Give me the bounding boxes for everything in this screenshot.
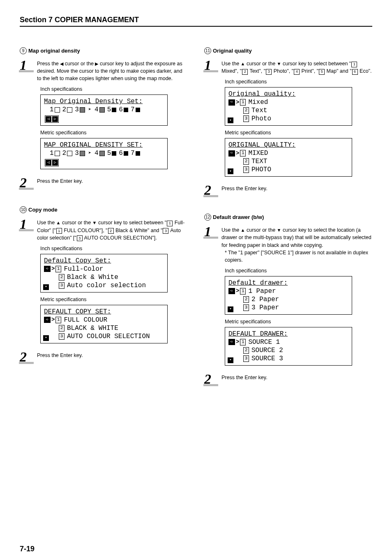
step-1: 1 Use the ▲ cursor or the ▼ cursor key t… — [20, 217, 188, 241]
lcd-title: Map Original Density Set: — [44, 97, 164, 106]
selection-arrow-icon: ➪ — [44, 266, 51, 272]
step-2: 2 Press the Enter key. — [204, 183, 372, 197]
down-scroll-icon: ▾ — [228, 357, 233, 363]
down-scroll-icon: ▾ — [43, 335, 49, 341]
step-number: 2 — [204, 182, 211, 198]
spec-label-inch: Inch specifications — [225, 268, 372, 274]
lcd-option: PHOTO — [251, 166, 271, 174]
lcd-option: Full-Color — [64, 265, 103, 273]
lcd-option: Auto color selection — [67, 281, 146, 290]
step-number: 1 — [20, 216, 27, 232]
up-arrow-icon: ▲ — [241, 61, 245, 66]
lcd-option: MIXED — [248, 149, 268, 157]
step-1: 1 Use the ▲ cursor or the ▼ cursor key t… — [204, 58, 372, 75]
density-scale: 1 2 3 ➤ 4 5 6 7 — [44, 106, 164, 114]
step-number: 2 — [204, 371, 211, 387]
down-scroll-icon: ▾ — [43, 284, 49, 290]
density-scale: 1 2 3 ➤ 4 5 6 7 — [44, 149, 164, 157]
step-1: 1 Use the ▲ cursor or the ▼ cursor key t… — [204, 225, 372, 264]
down-arrow-icon: ▼ — [277, 61, 281, 66]
lcd-option: Photo — [251, 115, 271, 123]
spec-label-metric: Metric specifications — [225, 130, 372, 136]
lcd-option: Black & White — [67, 273, 118, 281]
lcd-option: SOURCE 3 — [251, 355, 283, 363]
lcd-display: ORIGINAL QUALITY: ➪>1MIXED 2TEXT 3PHOTO … — [225, 138, 352, 177]
circled-number-icon: 11 — [204, 47, 211, 54]
lcd-display: Default drawer: ➪>11 Paper 22 Paper 33 P… — [225, 276, 352, 315]
lcd-option: SOURCE 1 — [248, 338, 280, 346]
up-arrow-icon: ▲ — [241, 228, 245, 233]
down-scroll-icon: ▾ — [228, 306, 233, 312]
lcd-display: MAP ORIGINAL DENSITY SET: 1 2 3 ➤ 4 5 6 … — [40, 138, 168, 169]
nav-keys-icon: ◁▷ — [45, 159, 59, 166]
nav-keys-icon: ◁▷ — [45, 115, 59, 123]
step-text: Press the ◀ cursor or the ▶ cursor key t… — [37, 58, 188, 82]
step-text: Press the Enter key. — [37, 176, 83, 185]
lcd-title: DEFAULT COPY SET: — [44, 308, 164, 316]
lcd-title: ORIGINAL QUALITY: — [228, 141, 348, 149]
down-arrow-icon: ▼ — [92, 220, 97, 225]
lcd-title: Original quality: — [228, 90, 348, 98]
left-column: 9 Map original density 1 Press the ◀ cur… — [20, 38, 188, 389]
spec-label-inch: Inch specifications — [40, 246, 188, 251]
lcd-option: Mixed — [248, 98, 268, 106]
step-text: Use the ▲ cursor or the ▼ cursor key to … — [221, 58, 372, 75]
spec-label-metric: Metric specifications — [225, 319, 372, 325]
step-text: Use the ▲ cursor or the ▼ cursor key to … — [37, 217, 188, 241]
pointer-icon: ➤ — [88, 150, 91, 157]
selection-arrow-icon: ➪ — [44, 317, 51, 323]
up-arrow-icon: ▲ — [56, 220, 61, 225]
step-2: 2 Press the Enter key. — [204, 372, 372, 386]
section-title: Section 7 COPIER MANAGEMENT — [20, 16, 372, 27]
lcd-option: SOURCE 2 — [251, 346, 283, 355]
step-1: 1 Press the ◀ cursor or the ▶ cursor key… — [20, 58, 188, 82]
step-number: 1 — [20, 58, 27, 73]
spec-label-metric: Metric specifications — [40, 130, 188, 136]
lcd-title: MAP ORIGINAL DENSITY SET: — [44, 141, 164, 149]
heading-text: Original quality — [213, 48, 252, 54]
right-column: 11 Original quality 1 Use the ▲ cursor o… — [204, 38, 372, 389]
lcd-option: TEXT — [251, 157, 267, 166]
lcd-title: Default Copy Set: — [44, 257, 164, 265]
heading-text: Copy mode — [28, 207, 58, 213]
step-text: Press the Enter key. — [37, 350, 83, 359]
heading-copy-mode: 10 Copy mode — [20, 206, 188, 213]
step-number: 1 — [204, 224, 211, 239]
lcd-option: 3 Paper — [251, 304, 279, 312]
lcd-display: Default Copy Set: ➪>1Full-Color 2Black &… — [40, 254, 168, 292]
pointer-icon: ➤ — [88, 107, 91, 113]
page-number: 7-19 — [20, 545, 372, 553]
lcd-title: DEFAULT DRAWER: — [228, 330, 348, 338]
spec-label-inch: Inch specifications — [225, 79, 372, 85]
circled-number-icon: 9 — [20, 47, 27, 54]
step-note: * The "1 paper" ["SOURCE 1"] drawer is n… — [225, 249, 372, 264]
heading-default-drawer: 12 Default drawer (b/w) — [204, 214, 372, 221]
circled-number-icon: 12 — [204, 214, 211, 221]
lcd-option: Text — [251, 106, 267, 115]
lcd-option: 2 Paper — [251, 295, 279, 304]
step-number: 2 — [20, 175, 27, 190]
step-2: 2 Press the Enter key. — [20, 350, 188, 364]
selection-arrow-icon: ➪ — [228, 288, 235, 294]
heading-map-original-density: 9 Map original density — [20, 47, 188, 54]
down-scroll-icon: ▾ — [228, 168, 233, 174]
lcd-display: DEFAULT COPY SET: ➪>1FULL COLOUR 2BLACK … — [40, 305, 168, 343]
lcd-display: DEFAULT DRAWER: ➪>1SOURCE 1 2SOURCE 2 3S… — [225, 327, 352, 366]
down-scroll-icon: ▾ — [228, 117, 233, 123]
selection-arrow-icon: ➪ — [228, 99, 235, 106]
heading-text: Map original density — [28, 48, 80, 54]
lcd-option: FULL COLOUR — [64, 316, 107, 324]
step-2: 2 Press the Enter key. — [20, 176, 188, 190]
lcd-option: 1 Paper — [248, 287, 276, 295]
step-text: Press the Enter key. — [221, 372, 267, 381]
lcd-option: AUTO COLOUR SELECTION — [67, 332, 150, 341]
heading-original-quality: 11 Original quality — [204, 47, 372, 54]
step-text: Press the Enter key. — [221, 183, 267, 192]
lcd-display: Map Original Density Set: 1 2 3 ➤ 4 5 6 … — [40, 94, 168, 126]
step-number: 1 — [204, 58, 211, 73]
lcd-display: Original quality: ➪>1Mixed 2Text 3Photo … — [225, 87, 352, 126]
lcd-option: BLACK & WHITE — [67, 324, 118, 332]
spec-label-inch: Inch specifications — [40, 86, 188, 92]
heading-text: Default drawer (b/w) — [213, 214, 264, 220]
spec-label-metric: Metric specifications — [40, 297, 188, 302]
